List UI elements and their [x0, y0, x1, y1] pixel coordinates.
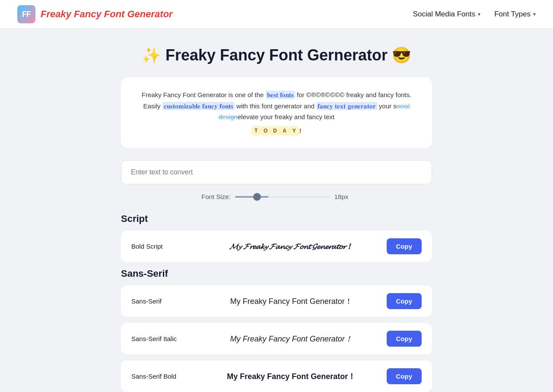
copy-button-sans-serif[interactable]: Copy — [387, 293, 422, 309]
description-box: Freaky Fancy Font Generator is one of th… — [121, 77, 432, 148]
fancy-text-link[interactable]: 𝐟𝐚𝐧𝐜𝐲 𝐭𝐞𝐱𝐭 𝐠𝐞𝐧𝐞𝐫𝐚𝐭𝐨𝐫 — [316, 102, 377, 110]
font-card-sans-serif: Sans-Serif My Freaky Fancy Font Generato… — [121, 285, 432, 317]
font-card-sans-serif-bold: Sans-Serif Bold My Freaky Fancy Font Gen… — [121, 360, 432, 392]
today-exclamation: ! — [299, 126, 302, 136]
page-title: ✨ Freaky Fancy Font Gernerator 😎 — [121, 46, 432, 64]
font-label-sans-serif-italic: Sans-Serif Italic — [131, 335, 196, 342]
brand-link[interactable]: FF Freaky Fancy Font Generator — [17, 5, 173, 23]
today-badge-a: A — [280, 126, 289, 135]
chevron-down-icon: ▾ — [533, 11, 536, 17]
font-card-sans-serif-italic: Sans-Serif Italic My Freaky Fancy Font G… — [121, 323, 432, 354]
font-label-sans-serif-bold: Sans-Serif Bold — [131, 373, 196, 380]
section-script-heading: Script — [121, 213, 432, 224]
copy-button-bold-script[interactable]: Copy — [387, 238, 422, 254]
copy-button-sans-serif-bold[interactable]: Copy — [387, 368, 422, 384]
input-container — [121, 160, 432, 184]
today-badge-y: Y — [290, 126, 299, 135]
nav-font-types[interactable]: Font Types ▾ — [494, 10, 536, 19]
section-sans-serif: Sans-Serif Sans-Serif My Freaky Fancy Fo… — [121, 268, 432, 392]
font-size-label: Font Size: — [201, 193, 231, 200]
copy-button-sans-serif-italic[interactable]: Copy — [387, 331, 422, 347]
best-fonts-link[interactable]: 𝐛𝐞𝐬𝐭 𝐟𝐨𝐧𝐭𝐬 — [266, 91, 295, 99]
font-size-control: Font Size: 18px — [121, 193, 432, 200]
logo-icon: FF — [17, 5, 35, 23]
font-preview-sans-serif-italic: My Freaky Fancy Font Generator！ — [196, 334, 387, 344]
navbar-nav: Social Media Fonts ▾ Font Types ▾ — [413, 10, 536, 19]
font-preview-sans-serif-bold: My Freaky Fancy Font Generator！ — [196, 371, 387, 382]
text-convert-input[interactable] — [121, 160, 432, 184]
font-label-bold-script: Bold Script — [131, 243, 196, 250]
today-badge-o: O — [261, 126, 270, 135]
section-script: Script Bold Script 𝓜𝔂 𝓕𝓻𝓮𝓪𝓴𝔂 𝓕𝓪𝓷𝓬𝔂 𝓕𝓸𝓷𝓽 … — [121, 213, 432, 262]
font-preview-bold-script: 𝓜𝔂 𝓕𝓻𝓮𝓪𝓴𝔂 𝓕𝓪𝓷𝓬𝔂 𝓕𝓸𝓷𝓽 𝓖𝓮𝓷𝓮𝓻𝓪𝓽𝓸𝓻！ — [196, 241, 387, 252]
nav-social-media-fonts[interactable]: Social Media Fonts ▾ — [413, 10, 481, 19]
strikethrough-text: ocial design — [219, 102, 410, 121]
font-size-value: 18px — [334, 193, 352, 200]
today-badge-d: D — [271, 126, 280, 135]
chevron-down-icon: ▾ — [478, 11, 480, 17]
today-badge-t: T — [252, 126, 261, 135]
customizable-link[interactable]: 𝐜𝐮𝐬𝐭𝐨𝐦𝐢𝐳𝐚𝐛𝐥𝐞 𝐟𝐚𝐧𝐜𝐲 𝐟𝐨𝐧𝐭𝐬 — [162, 102, 235, 110]
main-content: ✨ Freaky Fancy Font Gernerator 😎 Freaky … — [112, 29, 441, 392]
brand-name: Freaky Fancy Font Generator — [41, 9, 173, 20]
font-size-slider[interactable] — [235, 196, 330, 198]
font-card-bold-script: Bold Script 𝓜𝔂 𝓕𝓻𝓮𝓪𝓴𝔂 𝓕𝓪𝓷𝓬𝔂 𝓕𝓸𝓷𝓽 𝓖𝓮𝓷𝓮𝓻𝓪𝓽… — [121, 231, 432, 262]
navbar: FF Freaky Fancy Font Generator Social Me… — [0, 0, 553, 29]
font-preview-sans-serif: My Freaky Fancy Font Generator！ — [196, 296, 387, 307]
font-label-sans-serif: Sans-Serif — [131, 297, 196, 305]
section-sans-serif-heading: Sans-Serif — [121, 268, 432, 279]
